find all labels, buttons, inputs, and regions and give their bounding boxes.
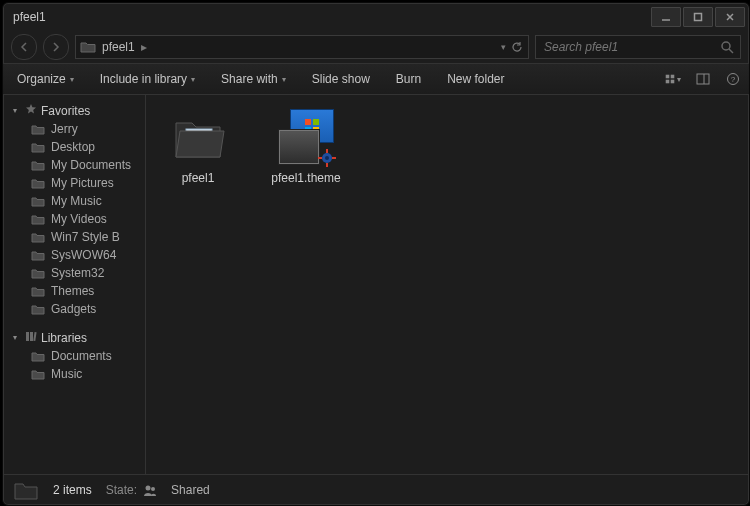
svg-text:?: ? [731,75,736,84]
folder-icon [31,368,45,380]
file-item-theme[interactable]: pfeel1.theme [266,107,346,185]
back-button[interactable] [11,34,37,60]
file-item-folder[interactable]: pfeel1 [158,107,238,185]
file-item-label: pfeel1.theme [271,171,340,185]
state-value: Shared [171,483,210,497]
maximize-button[interactable] [683,7,713,27]
sidebar-item[interactable]: Themes [3,282,145,300]
arrow-left-icon [19,42,29,52]
favorites-label: Favorites [41,104,90,118]
folder-icon [31,303,45,315]
folder-icon [31,267,45,279]
shared-icon [143,483,157,497]
sidebar-item[interactable]: My Videos [3,210,145,228]
gear-overlay-icon [318,149,336,167]
star-icon [25,103,37,118]
folder-icon [31,177,45,189]
folder-icon [13,479,39,501]
explorer-window: pfeel1 pfeel1 ▸ ▾ [2,2,750,506]
sidebar-item[interactable]: Documents [3,347,145,365]
sidebar-item-label: Music [51,367,82,381]
view-icon [665,72,675,86]
file-view[interactable]: pfeel1 [146,95,749,474]
breadcrumb-segment[interactable]: pfeel1 [102,40,135,54]
close-icon [725,12,735,22]
sidebar-item-label: Documents [51,349,112,363]
chevron-down-icon: ▾ [13,106,21,115]
sidebar-item[interactable]: SysWOW64 [3,246,145,264]
sidebar-item-label: My Music [51,194,102,208]
refresh-icon[interactable] [510,40,524,54]
folder-icon [31,285,45,297]
sidebar-item[interactable]: System32 [3,264,145,282]
sidebar-item-label: Themes [51,284,94,298]
sidebar-item-label: System32 [51,266,104,280]
address-bar[interactable]: pfeel1 ▸ ▾ [75,35,529,59]
sidebar-item-label: My Pictures [51,176,114,190]
item-count: 2 items [53,483,92,497]
libraries-group: ▾ Libraries DocumentsMusic [3,328,145,383]
maximize-icon [693,12,703,22]
minimize-button[interactable] [651,7,681,27]
libraries-header[interactable]: ▾ Libraries [3,328,145,347]
help-icon: ? [726,72,740,86]
folder-icon [31,231,45,243]
new-folder-button[interactable]: New folder [441,68,510,90]
forward-button[interactable] [43,34,69,60]
sidebar-item[interactable]: My Pictures [3,174,145,192]
svg-rect-21 [313,119,319,125]
view-options-button[interactable]: ▾ [665,71,681,87]
svg-point-25 [325,156,329,160]
sidebar-item[interactable]: Desktop [3,138,145,156]
folder-icon [31,350,45,362]
folder-icon [80,40,96,54]
sidebar-item-label: Win7 Style B [51,230,120,244]
search-icon [720,40,734,54]
sidebar-item[interactable]: Music [3,365,145,383]
svg-rect-15 [30,332,33,341]
dropdown-icon[interactable]: ▾ [501,42,506,52]
sidebar-item[interactable]: Win7 Style B [3,228,145,246]
favorites-header[interactable]: ▾ Favorites [3,101,145,120]
preview-pane-button[interactable] [695,71,711,87]
burn-button[interactable]: Burn [390,68,427,90]
svg-point-30 [146,486,151,491]
close-button[interactable] [715,7,745,27]
svg-rect-7 [671,75,675,79]
breadcrumb-separator: ▸ [141,40,147,54]
svg-rect-29 [332,157,336,159]
sidebar-item[interactable]: My Documents [3,156,145,174]
minimize-icon [661,12,671,22]
svg-rect-9 [671,80,675,84]
svg-line-5 [729,49,733,53]
share-with-button[interactable]: Share with▾ [215,68,292,90]
search-input[interactable] [542,39,720,55]
libraries-label: Libraries [41,331,87,345]
pane-icon [696,72,710,86]
search-box[interactable] [535,35,741,59]
favorites-group: ▾ Favorites JerryDesktopMy DocumentsMy P… [3,101,145,318]
svg-rect-28 [318,157,322,159]
folder-icon [31,123,45,135]
window-title: pfeel1 [13,10,46,24]
state-label: State: [106,483,137,497]
folder-icon [31,141,45,153]
chevron-down-icon: ▾ [13,333,21,342]
sidebar-item[interactable]: My Music [3,192,145,210]
include-in-library-button[interactable]: Include in library▾ [94,68,201,90]
svg-rect-26 [326,149,328,153]
sidebar-item-label: Gadgets [51,302,96,316]
organize-button[interactable]: Organize▾ [11,68,80,90]
svg-rect-14 [26,332,29,341]
svg-rect-16 [33,332,36,341]
svg-rect-20 [305,119,311,125]
sidebar-item-label: Desktop [51,140,95,154]
body: ▾ Favorites JerryDesktopMy DocumentsMy P… [3,95,749,474]
sidebar-item[interactable]: Gadgets [3,300,145,318]
help-button[interactable]: ? [725,71,741,87]
status-bar: 2 items State: Shared [3,474,749,505]
folder-icon [31,213,45,225]
navigation-pane: ▾ Favorites JerryDesktopMy DocumentsMy P… [3,95,146,474]
sidebar-item[interactable]: Jerry [3,120,145,138]
slideshow-button[interactable]: Slide show [306,68,376,90]
